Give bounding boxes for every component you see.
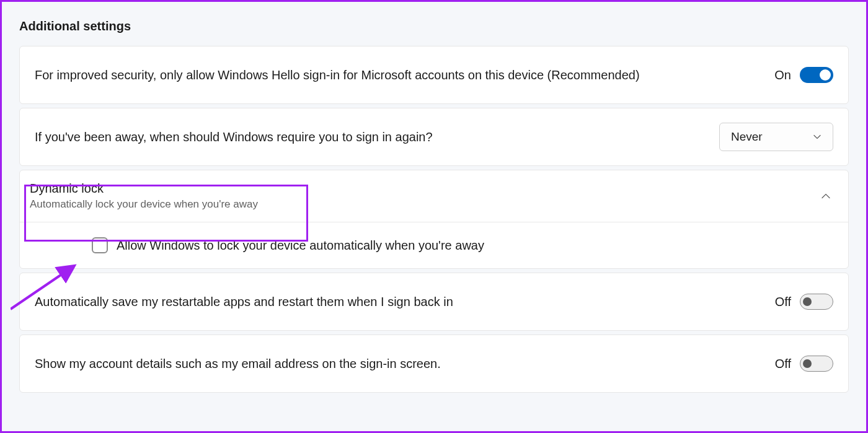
dynamic-lock-checkbox-label: Allow Windows to lock your device automa… (117, 238, 484, 253)
section-title: Additional settings (19, 19, 849, 33)
hello-signin-row: For improved security, only allow Window… (19, 46, 849, 104)
restartable-apps-label: Automatically save my restartable apps a… (35, 293, 453, 310)
account-details-state: Off (775, 357, 791, 371)
dynamic-lock-checkbox[interactable] (92, 237, 108, 253)
restartable-apps-row: Automatically save my restartable apps a… (19, 273, 849, 331)
account-details-label: Show my account details such as my email… (35, 355, 441, 372)
chevron-down-icon (813, 133, 822, 141)
account-details-row: Show my account details such as my email… (19, 335, 849, 393)
restartable-apps-toggle[interactable] (800, 294, 833, 310)
require-signin-dropdown-value: Never (731, 130, 763, 144)
dynamic-lock-body: Allow Windows to lock your device automa… (20, 222, 848, 268)
require-signin-dropdown[interactable]: Never (719, 123, 833, 151)
account-details-toggle[interactable] (800, 356, 833, 372)
hello-signin-state: On (774, 68, 791, 82)
require-signin-label: If you've been away, when should Windows… (35, 128, 433, 146)
hello-signin-label: For improved security, only allow Window… (35, 66, 640, 84)
restartable-apps-state: Off (775, 295, 791, 309)
dynamic-lock-group: Dynamic lock Automatically lock your dev… (19, 170, 849, 269)
chevron-up-icon (821, 191, 831, 201)
hello-signin-toggle[interactable] (800, 67, 833, 83)
dynamic-lock-title: Dynamic lock (30, 182, 258, 196)
dynamic-lock-header[interactable]: Dynamic lock Automatically lock your dev… (20, 170, 848, 222)
dynamic-lock-subtitle: Automatically lock your device when you'… (30, 198, 258, 211)
require-signin-row: If you've been away, when should Windows… (19, 108, 849, 166)
